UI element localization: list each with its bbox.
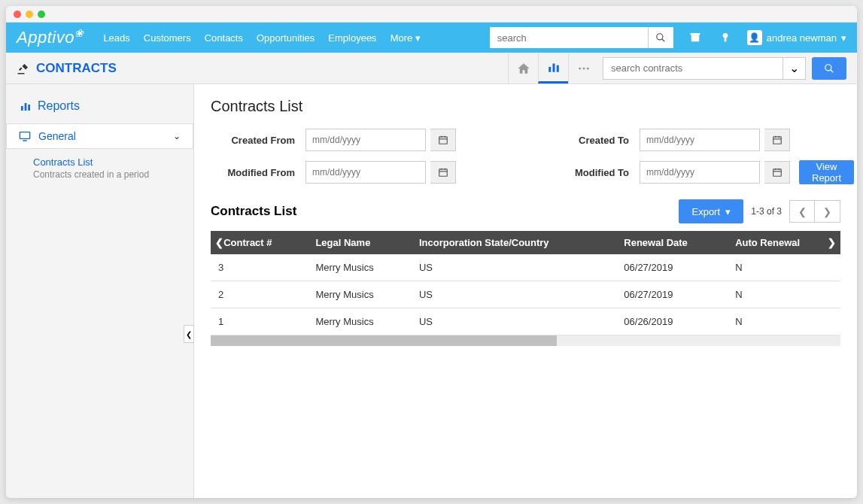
label-modified-from: Modified From	[211, 167, 301, 178]
sidebar-item-description: Contracts created in a period	[6, 169, 193, 184]
more-button[interactable]	[568, 53, 598, 83]
titlebar	[6, 6, 857, 23]
table-row[interactable]: 1Merry MusicsUS06/26/2019N	[211, 308, 840, 335]
table-cell: 1	[211, 308, 308, 335]
sidebar-collapse-handle[interactable]: ❮	[184, 325, 194, 343]
calendar-icon	[772, 167, 782, 178]
svg-rect-5	[548, 67, 551, 72]
sidebar-category-general[interactable]: General ⌄	[6, 123, 193, 149]
chevron-down-icon: ▾	[415, 32, 421, 44]
window-minimize-icon[interactable]	[26, 11, 33, 18]
input-created-from[interactable]	[305, 129, 426, 151]
user-name: andrea newman	[767, 32, 837, 44]
chevron-left-icon: ❮	[215, 237, 223, 248]
module-header: CONTRACTS ⌄	[6, 53, 857, 84]
table-cell: Merry Musics	[308, 308, 412, 335]
prev-page-button[interactable]: ❮	[789, 200, 815, 223]
avatar-icon: 👤	[747, 30, 762, 45]
sidebar: Reports General ⌄ Contracts List Contrac…	[6, 84, 194, 498]
col-legal-name[interactable]: Legal Name	[308, 231, 412, 254]
datepicker-created-to[interactable]	[764, 129, 790, 151]
search-icon	[655, 32, 666, 43]
ellipsis-icon	[577, 62, 591, 75]
table-cell: N	[728, 281, 840, 308]
col-incorporation[interactable]: Incorporation State/Country	[412, 231, 616, 254]
svg-rect-30	[773, 169, 781, 176]
table-cell: 06/27/2019	[616, 254, 728, 281]
svg-point-3	[722, 33, 728, 38]
svg-point-8	[579, 67, 581, 69]
nav-customers[interactable]: Customers	[144, 32, 191, 44]
export-button[interactable]: Export ▾	[679, 199, 743, 223]
logo[interactable]: Apptivo❀	[17, 28, 85, 47]
home-button[interactable]	[508, 53, 538, 83]
calendar-icon	[772, 135, 782, 145]
svg-rect-14	[25, 103, 27, 111]
nav-opportunities[interactable]: Opportunities	[257, 32, 315, 44]
svg-point-10	[586, 67, 588, 69]
table-cell: N	[728, 254, 840, 281]
datepicker-created-from[interactable]	[430, 129, 456, 151]
reports-button[interactable]	[538, 53, 568, 83]
module-title: CONTRACTS	[17, 61, 117, 76]
window-close-icon[interactable]	[14, 11, 21, 18]
store-icon[interactable]	[687, 29, 703, 46]
scroll-thumb[interactable]	[211, 335, 557, 346]
home-icon	[517, 62, 530, 75]
svg-line-1	[662, 39, 665, 42]
chevron-right-icon: ❯	[823, 206, 831, 217]
calendar-icon	[438, 167, 448, 178]
view-report-button[interactable]: View Report	[799, 160, 854, 184]
module-search-button[interactable]	[812, 57, 846, 80]
window-zoom-icon[interactable]	[38, 11, 45, 18]
table-cell: 06/26/2019	[616, 308, 728, 335]
contracts-table: ❮ Contract # Legal Name Incorporation St…	[211, 231, 840, 335]
next-page-button[interactable]: ❯	[815, 200, 840, 223]
svg-rect-13	[21, 106, 23, 111]
input-modified-from[interactable]	[305, 161, 426, 184]
svg-point-0	[657, 34, 663, 40]
label-created-from: Created From	[211, 135, 301, 146]
input-created-to[interactable]	[640, 129, 760, 151]
top-navbar: Apptivo❀ Leads Customers Contacts Opport…	[6, 23, 857, 53]
svg-rect-16	[20, 132, 29, 139]
nav-leads[interactable]: Leads	[103, 32, 129, 44]
gavel-icon	[17, 62, 30, 75]
table-cell: N	[728, 308, 840, 335]
svg-line-12	[831, 69, 834, 72]
table-row[interactable]: 3Merry MusicsUS06/27/2019N	[211, 254, 840, 281]
global-search	[490, 27, 673, 48]
notifications-icon[interactable]	[717, 29, 734, 46]
svg-rect-15	[28, 105, 30, 111]
nav-employees[interactable]: Employees	[328, 32, 376, 44]
col-contract-number[interactable]: ❮ Contract #	[211, 231, 308, 254]
col-renewal-date[interactable]: Renewal Date	[616, 231, 728, 254]
calendar-icon	[438, 135, 448, 145]
chevron-right-icon: ❯	[828, 237, 836, 248]
horizontal-scrollbar[interactable]	[211, 335, 840, 346]
input-modified-to[interactable]	[640, 161, 760, 184]
filter-panel: Created From Created To Modified From Mo…	[211, 129, 840, 184]
logo-text: Apptivo	[17, 28, 74, 47]
nav-contacts[interactable]: Contacts	[205, 32, 243, 44]
global-search-button[interactable]	[648, 27, 673, 48]
svg-rect-26	[439, 169, 447, 176]
monitor-icon	[19, 130, 31, 142]
app-window: Apptivo❀ Leads Customers Contacts Opport…	[6, 6, 857, 498]
sidebar-item-contracts-list[interactable]: Contracts List	[6, 152, 193, 169]
table-cell: 3	[211, 254, 308, 281]
col-auto-renewal[interactable]: Auto Renewal❯	[728, 231, 840, 254]
module-search-input[interactable]	[603, 57, 783, 80]
nav-more[interactable]: More ▾	[390, 32, 421, 44]
sidebar-section-reports[interactable]: Reports	[6, 95, 193, 123]
datepicker-modified-from[interactable]	[430, 161, 456, 184]
user-menu[interactable]: 👤 andrea newman ▾	[747, 30, 846, 45]
search-filter-toggle[interactable]: ⌄	[783, 57, 806, 80]
table-row[interactable]: 2Merry MusicsUS06/27/2019N	[211, 281, 840, 308]
datepicker-modified-to[interactable]	[764, 161, 790, 184]
label-modified-to: Modified To	[545, 167, 635, 178]
svg-rect-7	[556, 65, 558, 72]
bar-chart-icon	[20, 100, 32, 112]
global-search-input[interactable]	[490, 27, 648, 48]
chevron-down-icon: ▾	[841, 32, 846, 44]
